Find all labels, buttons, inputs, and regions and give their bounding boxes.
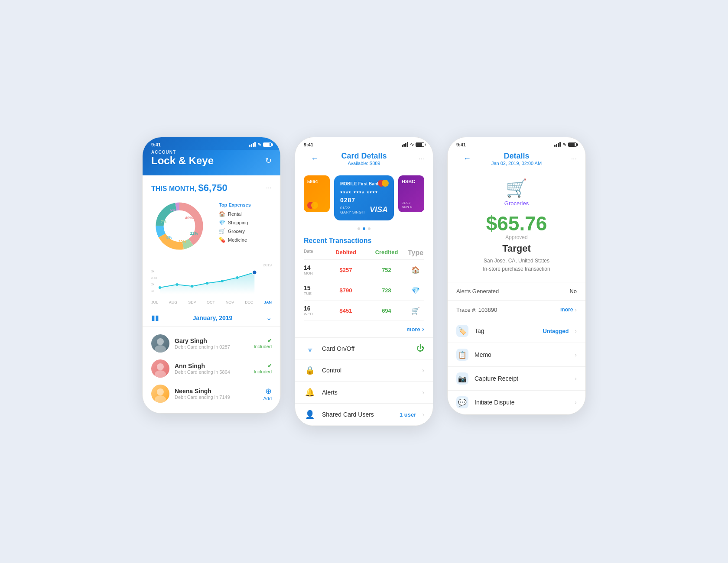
more-row[interactable]: more ›	[295, 321, 433, 337]
wifi-icon: ∿	[257, 142, 261, 147]
transaction-amount: $65.76	[456, 214, 577, 233]
th-debit: Debited	[325, 249, 366, 257]
legend-item-shopping: 💎 Shopping	[219, 220, 272, 226]
add-icon-neena[interactable]: ⊕	[263, 386, 272, 396]
phone2: 9:41 ∿ ← Card Details Available: $889 ··…	[295, 137, 433, 426]
transaction-row-1[interactable]: 14MON $257 752 🏠	[304, 260, 424, 280]
more-dots2[interactable]: ···	[419, 155, 424, 163]
dots-indicator	[295, 227, 433, 233]
phone3-title-block: Details Jan 02, 2019, 02:00 AM	[491, 152, 542, 166]
refresh-icon[interactable]: ↻	[265, 156, 272, 165]
user-status-neena: ⊕ Add	[263, 386, 272, 401]
user-sub-ann: Debit Card ending in 5864	[175, 369, 248, 375]
user-sub-gary: Debit Card ending in 0287	[175, 344, 248, 349]
card-main[interactable]: MOBILE First Bank **** **** **** 0287 01…	[334, 175, 394, 220]
card-number-main: **** **** **** 0287	[340, 190, 388, 204]
table-header: Date Debited Credited Type	[304, 246, 424, 260]
power-icon: ⏚	[304, 344, 316, 353]
month-title: THIS MONTH, $6,750	[151, 182, 228, 194]
location-line2: In-store purchase transaction	[483, 266, 550, 272]
td-date-3: 16WED	[304, 305, 325, 316]
user-item-ann[interactable]: Ann Singh Debit Card ending in 5864 ✔ In…	[143, 356, 280, 381]
line-chart-container: 3k 2.5k 2k 1k	[151, 268, 272, 298]
chart-section: 40% 22% 20% 8% 7% 5% Top Expenses 🏠 Rent…	[143, 194, 280, 259]
line-chart-svg: 3k 2.5k 2k 1k	[151, 268, 272, 294]
signal-icon2	[402, 142, 408, 147]
svg-text:2k: 2k	[151, 283, 155, 286]
trace-chevron-icon: ›	[575, 306, 577, 313]
back-button3[interactable]: ←	[463, 154, 471, 163]
phone2-notch: 9:41 ∿	[295, 137, 433, 150]
svg-text:3k: 3k	[151, 270, 155, 273]
svg-text:2.5k: 2.5k	[151, 276, 157, 279]
check-icon-ann: ✔	[254, 363, 272, 369]
action-dispute[interactable]: 💬 Initiate Dispute ›	[448, 391, 585, 414]
more-dots3[interactable]: ···	[571, 155, 577, 163]
user-item-gary[interactable]: Gary Singh Debit Card ending in 0287 ✔ I…	[143, 331, 280, 356]
transaction-row-2[interactable]: 15TUE $790 728 💎	[304, 280, 424, 301]
chevron-right-shared: ›	[422, 411, 424, 418]
th-credit: Credited	[366, 249, 407, 257]
td-debit-2: $790	[325, 287, 366, 294]
phone2-title: Card Details	[341, 152, 387, 161]
settings-alerts[interactable]: 🔔 Alerts ›	[295, 382, 433, 404]
svg-point-20	[221, 280, 224, 282]
trace-more-group: more ›	[560, 306, 577, 313]
phone2-time: 9:41	[304, 142, 313, 147]
td-credit-1: 752	[366, 267, 407, 273]
legend-item-grocery: 🛒 Grocery	[219, 228, 272, 234]
chevron-down-icon[interactable]: ⌄	[266, 314, 272, 322]
phone3-time: 9:41	[456, 142, 466, 147]
action-receipt[interactable]: 📷 Capture Receipt ›	[448, 367, 585, 391]
card-date-right: 01/22ANN S	[402, 201, 421, 209]
chevron-dispute: ›	[575, 399, 577, 406]
user-item-neena[interactable]: Neena Singh Debit Card ending in 7149 ⊕ …	[143, 381, 280, 406]
card-onoff-label: Card On/Off	[322, 345, 410, 352]
tag-value: Untagged	[543, 328, 569, 334]
svg-text:20%: 20%	[178, 239, 186, 244]
phone3-header-row: ← Details Jan 02, 2019, 02:00 AM ···	[456, 150, 577, 167]
trace-more-btn[interactable]: more	[560, 307, 573, 313]
action-rows: 🏷️ Tag Untagged › 📋 Memo › 📷 Capture Rec…	[448, 319, 585, 414]
td-date-1: 14MON	[304, 264, 325, 275]
action-tag[interactable]: 🏷️ Tag Untagged ›	[448, 319, 585, 343]
back-button2[interactable]: ←	[311, 154, 318, 163]
legend-item-rental: 🏠 Rental	[219, 211, 272, 217]
card-small-left[interactable]: 5864	[304, 175, 330, 212]
card-small-right[interactable]: HSBC 01/22ANN S	[398, 175, 424, 212]
dispute-label: Initiate Dispute	[474, 399, 569, 406]
camera-icon-bg: 📷	[456, 372, 468, 385]
camera-icon: 📷	[458, 375, 467, 383]
svg-point-27	[157, 388, 164, 395]
check-icon-gary: ✔	[254, 338, 272, 344]
chat-icon: 💬	[458, 398, 467, 407]
settings-control[interactable]: 🔒 Control ›	[295, 359, 433, 382]
month-amount: $6,750	[198, 182, 227, 193]
three-dots-month[interactable]: ···	[266, 184, 272, 192]
included-label-ann: Included	[254, 369, 272, 374]
user-name-neena: Neena Singh	[175, 388, 258, 395]
svg-point-17	[176, 283, 179, 286]
account-label: ACCOUNT	[151, 150, 272, 155]
svg-point-18	[191, 285, 193, 288]
power-toggle-icon[interactable]: ⏻	[416, 344, 424, 353]
card-holder-name: GARY SINGH	[340, 210, 364, 214]
user-status-gary: ✔ Included	[254, 338, 272, 349]
phone1-body: THIS MONTH, $6,750 ···	[143, 175, 280, 413]
card-carousel: 5864 MOBILE First Bank **** **** **** 02…	[295, 171, 433, 227]
bell-icon: 🔔	[304, 388, 316, 397]
transaction-row-3[interactable]: 16WED $451 694 🛒	[304, 301, 424, 321]
svg-text:7%: 7%	[161, 220, 166, 224]
shared-users-label: Shared Card Users	[322, 411, 393, 418]
action-memo[interactable]: 📋 Memo ›	[448, 343, 585, 367]
month-selector[interactable]: ▮▮ January, 2019 ⌄	[143, 309, 280, 327]
more-chevron-icon: ›	[422, 325, 424, 333]
alerts-value: No	[569, 288, 577, 294]
svg-point-24	[155, 345, 166, 353]
svg-point-28	[155, 395, 166, 403]
svg-point-22	[252, 270, 257, 275]
settings-card-onoff[interactable]: ⏚ Card On/Off ⏻	[295, 338, 433, 359]
lock-icon: 🔒	[304, 366, 316, 375]
settings-shared-users[interactable]: 👤 Shared Card Users 1 user ›	[295, 404, 433, 426]
phone1: 9:41 ∿ ACCOUNT Lock & Keye ↻	[142, 137, 281, 414]
